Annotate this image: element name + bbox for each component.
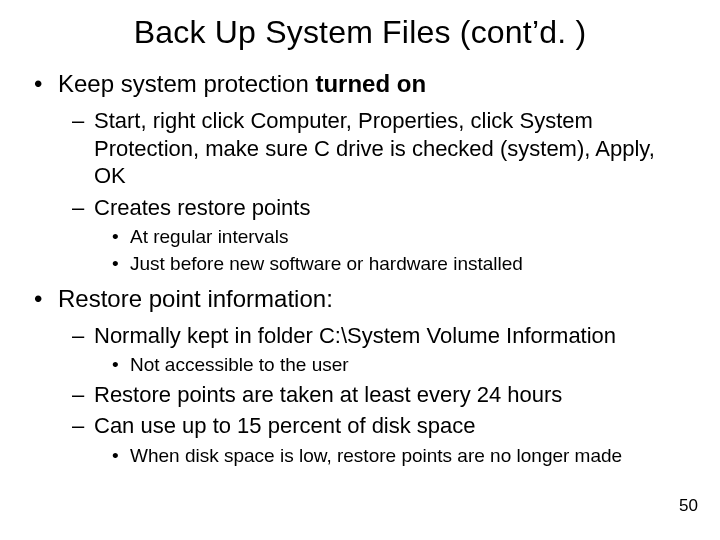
text: Keep system protection [58,70,315,97]
page-number: 50 [679,496,698,516]
bullet-list: Keep system protection turned on Start, … [30,69,690,468]
slide-title: Back Up System Files (cont’d. ) [30,14,690,51]
text-bold: turned on [315,70,426,97]
list-item: At regular intervals [130,225,690,249]
list-item: Can use up to 15 percent of disk space [94,412,690,440]
list-item: Start, right click Computer, Properties,… [94,107,690,190]
list-item: Keep system protection turned on [58,69,690,99]
list-item: Restore points are taken at least every … [94,381,690,409]
list-item: Just before new software or hardware ins… [130,252,690,276]
list-item: Creates restore points [94,194,690,222]
list-item: Restore point information: [58,284,690,314]
slide: Back Up System Files (cont’d. ) Keep sys… [0,0,720,540]
list-item: Normally kept in folder C:\System Volume… [94,322,690,350]
list-item: Not accessible to the user [130,353,690,377]
list-item: When disk space is low, restore points a… [130,444,690,468]
